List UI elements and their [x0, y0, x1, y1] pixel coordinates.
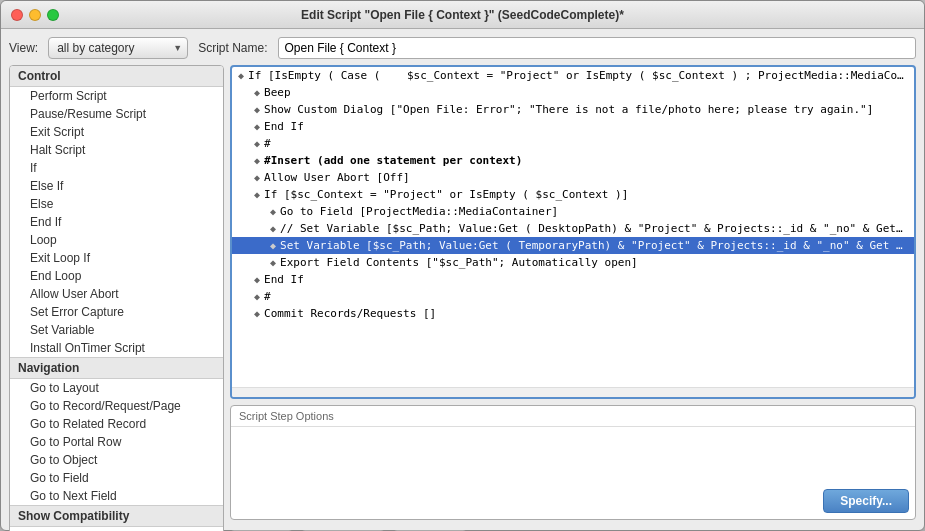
sidebar-item-go-to-record[interactable]: Go to Record/Request/Page [10, 397, 223, 415]
sidebar-item-else[interactable]: Else [10, 195, 223, 213]
sidebar: Control Perform Script Pause/Resume Scri… [9, 65, 224, 531]
bullet-10: ◆ [270, 240, 276, 251]
maximize-button[interactable] [47, 9, 59, 21]
bullet-2: ◆ [254, 104, 260, 115]
line-text-3: End If [264, 120, 908, 133]
sidebar-item-go-to-object[interactable]: Go to Object [10, 451, 223, 469]
bullet-12: ◆ [254, 274, 260, 285]
line-text-13: # [264, 290, 908, 303]
sidebar-item-go-to-related-record[interactable]: Go to Related Record [10, 415, 223, 433]
script-name-label: Script Name: [198, 41, 267, 55]
script-line-0[interactable]: ◆ If [IsEmpty ( Case ( $sc_Context = "Pr… [232, 67, 914, 84]
sidebar-item-set-error-capture[interactable]: Set Error Capture [10, 303, 223, 321]
line-text-14: Commit Records/Requests [] [264, 307, 908, 320]
bullet-7: ◆ [254, 189, 260, 200]
minimize-button[interactable] [29, 9, 41, 21]
window-title: Edit Script "Open File { Context }" (See… [301, 8, 624, 22]
bullet-3: ◆ [254, 121, 260, 132]
bullet-0: ◆ [238, 70, 244, 81]
script-lines[interactable]: ◆ If [IsEmpty ( Case ( $sc_Context = "Pr… [232, 67, 914, 387]
specify-button[interactable]: Specify... [823, 489, 909, 513]
script-step-options: Script Step Options Specify... [230, 405, 916, 520]
sidebar-item-exit-loop-if[interactable]: Exit Loop If [10, 249, 223, 267]
sidebar-item-install-ontimer[interactable]: Install OnTimer Script [10, 339, 223, 357]
step-options-label: Script Step Options [231, 406, 915, 427]
script-line-6[interactable]: ◆ Allow User Abort [Off] [232, 169, 914, 186]
main-window: Edit Script "Open File { Context }" (See… [0, 0, 925, 531]
script-line-11[interactable]: ◆ Export Field Contents ["$sc_Path"; Aut… [232, 254, 914, 271]
traffic-lights [11, 9, 59, 21]
sidebar-section-control: Control [10, 66, 223, 87]
line-text-5: #Insert (add one statement per context) [264, 154, 908, 167]
script-line-13[interactable]: ◆ # [232, 288, 914, 305]
line-text-9: // Set Variable [$sc_Path; Value:Get ( D… [280, 222, 908, 235]
script-line-4[interactable]: ◆ # [232, 135, 914, 152]
sidebar-section-navigation: Navigation [10, 357, 223, 379]
view-select-wrapper: all by category alphabetical [48, 37, 188, 59]
script-line-9[interactable]: ◆ // Set Variable [$sc_Path; Value:Get (… [232, 220, 914, 237]
script-line-7[interactable]: ◆ If [$sc_Context = "Project" or IsEmpty… [232, 186, 914, 203]
script-line-14[interactable]: ◆ Commit Records/Requests [] [232, 305, 914, 322]
sidebar-section-compat-header: Show Compatibility [10, 505, 223, 527]
line-text-7: If [$sc_Context = "Project" or IsEmpty (… [264, 188, 908, 201]
bullet-6: ◆ [254, 172, 260, 183]
horizontal-scrollbar[interactable] [232, 387, 914, 397]
script-line-8[interactable]: ◆ Go to Field [ProjectMedia::MediaContai… [232, 203, 914, 220]
bullet-8: ◆ [270, 206, 276, 217]
sidebar-item-loop[interactable]: Loop [10, 231, 223, 249]
right-panel: ◆ If [IsEmpty ( Case ( $sc_Context = "Pr… [230, 65, 916, 531]
line-text-4: # [264, 137, 908, 150]
line-text-12: End If [264, 273, 908, 286]
bullet-13: ◆ [254, 291, 260, 302]
line-text-0: If [IsEmpty ( Case ( $sc_Context = "Proj… [248, 69, 908, 82]
step-options-body: Specify... [231, 427, 915, 519]
sidebar-item-halt-script[interactable]: Halt Script [10, 141, 223, 159]
script-line-5[interactable]: ◆ #Insert (add one statement per context… [232, 152, 914, 169]
content-area: View: all by category alphabetical Scrip… [1, 29, 924, 531]
line-text-6: Allow User Abort [Off] [264, 171, 908, 184]
main-area: Control Perform Script Pause/Resume Scri… [9, 65, 916, 531]
line-text-2: Show Custom Dialog ["Open File: Error"; … [264, 103, 908, 116]
line-text-8: Go to Field [ProjectMedia::MediaContaine… [280, 205, 908, 218]
sidebar-item-allow-user-abort[interactable]: Allow User Abort [10, 285, 223, 303]
sidebar-item-else-if[interactable]: Else If [10, 177, 223, 195]
sidebar-item-set-variable[interactable]: Set Variable [10, 321, 223, 339]
titlebar: Edit Script "Open File { Context }" (See… [1, 1, 924, 29]
sidebar-item-pause-resume[interactable]: Pause/Resume Script [10, 105, 223, 123]
bullet-4: ◆ [254, 138, 260, 149]
sidebar-item-exit-script[interactable]: Exit Script [10, 123, 223, 141]
script-line-1[interactable]: ◆ Beep [232, 84, 914, 101]
script-line-2[interactable]: ◆ Show Custom Dialog ["Open File: Error"… [232, 101, 914, 118]
sidebar-item-go-to-layout[interactable]: Go to Layout [10, 379, 223, 397]
script-editor: ◆ If [IsEmpty ( Case ( $sc_Context = "Pr… [230, 65, 916, 399]
sidebar-item-end-if[interactable]: End If [10, 213, 223, 231]
line-text-10: Set Variable [$sc_Path; Value:Get ( Temp… [280, 239, 908, 252]
line-text-1: Beep [264, 86, 908, 99]
bullet-9: ◆ [270, 223, 276, 234]
bullet-11: ◆ [270, 257, 276, 268]
bullet-14: ◆ [254, 308, 260, 319]
bottom-bar: Clear Duplicate Disable Run script with … [230, 526, 916, 531]
bullet-5: ◆ [254, 155, 260, 166]
script-line-10[interactable]: ◆ Set Variable [$sc_Path; Value:Get ( Te… [232, 237, 914, 254]
bullet-1: ◆ [254, 87, 260, 98]
sidebar-item-go-to-next-field[interactable]: Go to Next Field [10, 487, 223, 505]
view-select[interactable]: all by category alphabetical [48, 37, 188, 59]
sidebar-item-end-loop[interactable]: End Loop [10, 267, 223, 285]
close-button[interactable] [11, 9, 23, 21]
sidebar-item-if[interactable]: If [10, 159, 223, 177]
sidebar-item-go-to-field[interactable]: Go to Field [10, 469, 223, 487]
sidebar-item-perform-script[interactable]: Perform Script [10, 87, 223, 105]
script-line-3[interactable]: ◆ End If [232, 118, 914, 135]
compat-select-area: Client Server Web Direct iOS [10, 527, 223, 531]
script-line-12[interactable]: ◆ End If [232, 271, 914, 288]
script-name-input[interactable] [278, 37, 917, 59]
sidebar-item-go-to-portal-row[interactable]: Go to Portal Row [10, 433, 223, 451]
view-label: View: [9, 41, 38, 55]
line-text-11: Export Field Contents ["$sc_Path"; Autom… [280, 256, 908, 269]
view-row: View: all by category alphabetical Scrip… [9, 37, 916, 59]
